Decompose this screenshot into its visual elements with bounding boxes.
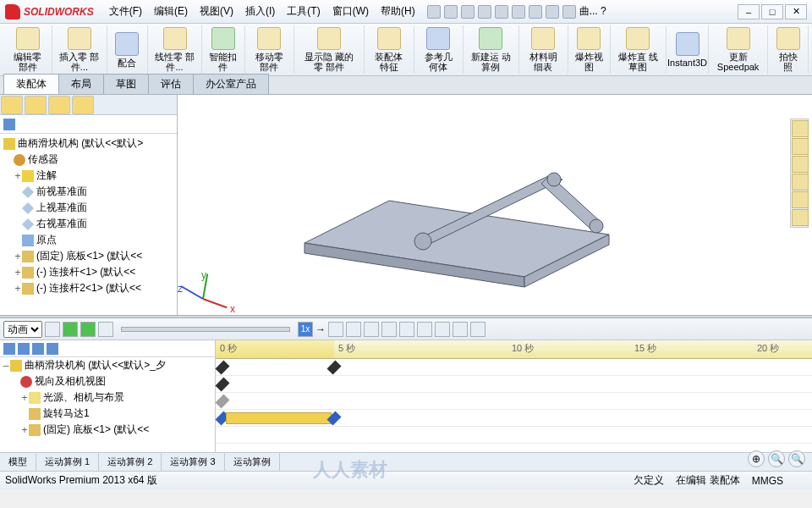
tree-annotations[interactable]: +注解 xyxy=(2,168,175,184)
spring-icon[interactable] xyxy=(417,322,432,337)
new-icon[interactable] xyxy=(444,5,458,19)
filter-icon[interactable] xyxy=(3,343,15,355)
tab-sketch[interactable]: 草图 xyxy=(103,74,149,94)
taskpane-design-library-icon[interactable] xyxy=(792,138,809,155)
tree-part-link2[interactable]: +(-) 连接杆2<1> (默认<< xyxy=(2,280,175,296)
tab-study4[interactable]: 运动算例 xyxy=(225,453,280,471)
motor-icon[interactable] xyxy=(399,322,414,337)
track-part[interactable] xyxy=(216,427,812,444)
print-icon[interactable] xyxy=(495,5,508,19)
menu-file[interactable]: 文件(F) xyxy=(104,3,147,20)
minimize-button[interactable]: – xyxy=(738,4,760,19)
taskpane-file-explorer-icon[interactable] xyxy=(792,156,809,173)
menu-extra[interactable]: 曲... ? xyxy=(579,4,606,19)
ribbon-edit-component[interactable]: 编辑零 部件 xyxy=(3,25,52,74)
tree-sensors[interactable]: 传感器 xyxy=(2,152,175,168)
keyframe-icon[interactable] xyxy=(216,395,230,409)
filter-animated-icon[interactable] xyxy=(18,343,30,355)
contact-icon[interactable] xyxy=(435,322,450,337)
undo-icon[interactable] xyxy=(512,5,525,19)
menu-help[interactable]: 帮助(H) xyxy=(376,3,420,20)
zoom-out-icon[interactable]: 🔍 xyxy=(788,450,805,467)
select-icon[interactable] xyxy=(529,5,542,19)
ribbon-linear-pattern[interactable]: 线性零 部件... xyxy=(148,25,203,74)
motion-tree-lights[interactable]: +光源、相机与布景 xyxy=(0,389,215,406)
menu-tools[interactable]: 工具(T) xyxy=(282,3,325,20)
taskpane-appearances-icon[interactable] xyxy=(792,191,809,208)
maximize-button[interactable]: □ xyxy=(761,4,783,19)
time-ruler[interactable]: 0 秒 5 秒 10 秒 15 秒 20 秒 xyxy=(216,340,812,359)
keyframe-icon[interactable] xyxy=(216,361,230,375)
timeline[interactable]: 0 秒 5 秒 10 秒 15 秒 20 秒 xyxy=(216,340,812,452)
ribbon-assembly-features[interactable]: 装配体 特征 xyxy=(365,25,414,74)
results-icon[interactable] xyxy=(470,322,486,337)
tab-study3[interactable]: 运动算例 3 xyxy=(162,453,224,471)
ribbon-snapshot[interactable]: 拍快照 xyxy=(768,25,809,74)
tree-root[interactable]: 曲柄滑块机构 (默认<<默认> xyxy=(2,135,175,152)
speed-indicator[interactable]: 1x xyxy=(298,322,313,337)
ribbon-new-motion-study[interactable]: 新建运 动算例 xyxy=(464,25,519,74)
ribbon-bom[interactable]: 材料明 细表 xyxy=(519,25,568,74)
ribbon-reference-geometry[interactable]: 参考几 何体 xyxy=(414,25,464,74)
tree-origin[interactable]: 原点 xyxy=(2,232,175,248)
graphics-viewport[interactable]: x y z xyxy=(178,95,812,315)
tab-evaluate[interactable]: 评估 xyxy=(148,74,194,94)
options-icon[interactable] xyxy=(562,5,576,19)
zoom-fit-icon[interactable]: ⊕ xyxy=(748,450,765,467)
ribbon-move-component[interactable]: 移动零 部件 xyxy=(245,25,294,74)
ribbon-show-hidden[interactable]: 显示隐 藏的零 部件 xyxy=(294,25,365,74)
tab-study1[interactable]: 运动算例 1 xyxy=(36,453,99,471)
tab-office[interactable]: 办公室产品 xyxy=(193,74,269,94)
keyframe-icon[interactable] xyxy=(216,378,230,392)
menu-view[interactable]: 视图(V) xyxy=(195,3,239,20)
tree-top-plane[interactable]: 上视基准面 xyxy=(2,200,175,216)
keyframe-icon[interactable] xyxy=(327,361,342,375)
fm-tab-config-icon[interactable] xyxy=(48,96,70,114)
open-icon[interactable] xyxy=(461,5,475,19)
save-animation-icon[interactable] xyxy=(328,322,343,337)
tab-study2[interactable]: 运动算例 2 xyxy=(99,453,162,471)
save-icon[interactable] xyxy=(478,5,491,19)
track-root[interactable] xyxy=(216,359,812,376)
tab-layout[interactable]: 布局 xyxy=(58,74,104,94)
menu-insert[interactable]: 插入(I) xyxy=(240,3,280,20)
ribbon-explode-line-sketch[interactable]: 爆炸直 线草图 xyxy=(611,25,667,74)
calculate-icon[interactable] xyxy=(45,322,60,337)
ribbon-speedpak[interactable]: 更新 Speedpak xyxy=(709,25,768,74)
taskpane-view-palette-icon[interactable] xyxy=(792,174,809,190)
status-icon[interactable] xyxy=(795,475,807,487)
filter-driving-icon[interactable] xyxy=(32,343,44,355)
close-button[interactable]: ✕ xyxy=(785,4,807,19)
tree-part-base[interactable]: +(固定) 底板<1> (默认<< xyxy=(2,248,175,264)
tree-right-plane[interactable]: 右视基准面 xyxy=(2,216,175,232)
tree-part-link1[interactable]: +(-) 连接杆<1> (默认<< xyxy=(2,264,175,280)
rebuild-icon[interactable] xyxy=(546,5,559,19)
motion-tree-root[interactable]: –曲柄滑块机构 (默认<<默认>_夕 xyxy=(0,357,215,373)
track-orientation[interactable] xyxy=(216,376,812,393)
autokey-icon[interactable] xyxy=(364,322,379,337)
motion-bar[interactable] xyxy=(226,412,332,424)
animation-wizard-icon[interactable] xyxy=(346,322,361,337)
zoom-in-icon[interactable]: 🔍 xyxy=(768,450,785,467)
ribbon-insert-component[interactable]: 插入零 部件... xyxy=(52,25,107,74)
menu-window[interactable]: 窗口(W) xyxy=(327,3,374,20)
track-lights[interactable] xyxy=(216,393,812,410)
fm-tab-dimxpert-icon[interactable] xyxy=(72,96,94,114)
ribbon-exploded-view[interactable]: 爆炸视 图 xyxy=(568,25,611,74)
menu-edit[interactable]: 编辑(E) xyxy=(149,3,193,20)
filter-selected-icon[interactable] xyxy=(47,343,58,355)
fm-tab-property-icon[interactable] xyxy=(25,96,47,114)
motion-tree-orientation[interactable]: 视向及相机视图 xyxy=(0,373,215,389)
add-key-icon[interactable] xyxy=(381,322,397,337)
tab-model[interactable]: 模型 xyxy=(0,453,36,471)
search-icon[interactable] xyxy=(427,5,441,19)
ribbon-instant3d[interactable]: Instant3D xyxy=(667,25,709,74)
fm-tab-feature-icon[interactable] xyxy=(1,96,23,114)
play-icon[interactable] xyxy=(80,322,96,337)
tree-front-plane[interactable]: 前视基准面 xyxy=(2,184,175,200)
track-motor[interactable] xyxy=(216,410,812,427)
stop-icon[interactable] xyxy=(98,322,113,337)
filter-icon[interactable] xyxy=(3,119,15,130)
playback-slider[interactable] xyxy=(121,327,290,332)
gravity-icon[interactable] xyxy=(453,322,468,337)
